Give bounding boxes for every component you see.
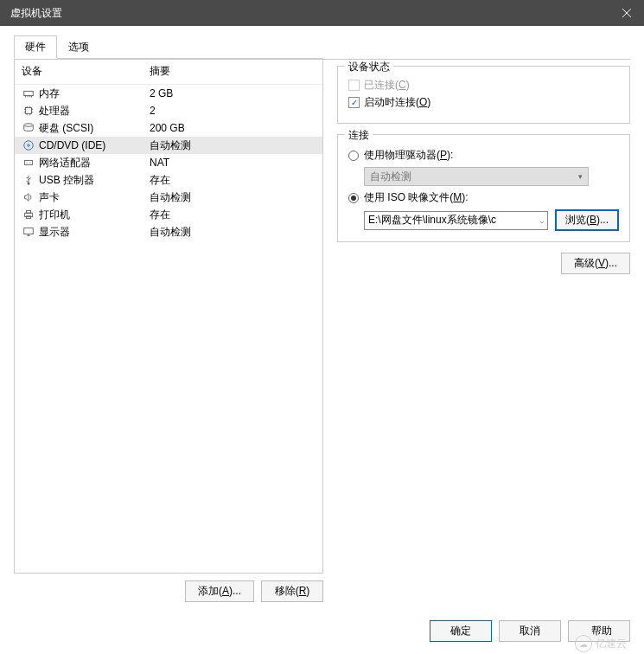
add-button[interactable]: 添加(A)...: [185, 580, 254, 602]
device-name: 内存: [39, 87, 150, 101]
tab-hardware[interactable]: 硬件: [14, 35, 57, 59]
browse-button[interactable]: 浏览(B)...: [555, 209, 619, 231]
svg-rect-19: [25, 160, 33, 164]
physical-drive-select: 自动检测 ▾: [364, 167, 589, 186]
iso-path-select[interactable]: E:\网盘文件\linux系统镜像\c ⌵: [364, 211, 548, 230]
ok-button[interactable]: 确定: [430, 620, 492, 642]
device-summary: 2: [150, 105, 316, 117]
checkbox-icon: [348, 80, 360, 91]
cpu-icon: [22, 104, 35, 118]
device-summary: 自动检测: [150, 138, 316, 153]
column-summary: 摘要: [150, 64, 316, 79]
check-mark-icon: ✓: [351, 99, 358, 107]
tab-options[interactable]: 选项: [57, 35, 100, 59]
device-name: 网络适配器: [39, 156, 150, 170]
device-table: 设备 摘要 内存2 GB处理器2硬盘 (SCSI)200 GBCD/DVD (I…: [14, 58, 323, 574]
svg-point-20: [27, 162, 28, 163]
radio-icon: [348, 193, 359, 203]
help-button[interactable]: 帮助: [568, 620, 630, 642]
device-summary: 2 GB: [150, 87, 316, 99]
radio-icon: [348, 151, 359, 161]
device-name: 显示器: [39, 225, 150, 240]
close-icon: [622, 9, 631, 17]
chevron-down-icon: ⌵: [539, 216, 544, 225]
checkbox-icon: ✓: [348, 97, 360, 108]
device-row-usb[interactable]: USB 控制器存在: [15, 171, 322, 189]
svg-point-16: [24, 124, 34, 127]
device-status-title: 设备状态: [345, 60, 393, 74]
connection-group: 连接 使用物理驱动器(P): 自动检测 ▾ 使用 ISO 映像文件(M): E:…: [337, 134, 630, 242]
svg-rect-24: [26, 211, 30, 214]
device-name: 声卡: [39, 190, 150, 205]
device-row-disk[interactable]: 硬盘 (SCSI)200 GB: [15, 119, 322, 137]
disk-icon: [22, 121, 35, 135]
device-row-network[interactable]: 网络适配器NAT: [15, 154, 322, 171]
device-row-printer[interactable]: 打印机存在: [15, 206, 322, 223]
device-summary: 自动检测: [150, 190, 316, 205]
close-button[interactable]: [609, 0, 644, 26]
device-summary: 存在: [150, 208, 316, 222]
svg-rect-2: [24, 91, 34, 95]
svg-point-17: [24, 141, 34, 151]
device-row-display[interactable]: 显示器自动检测: [15, 223, 322, 240]
device-status-group: 设备状态 已连接(C) ✓ 启动时连接(O): [337, 66, 630, 124]
remove-button[interactable]: 移除(R): [261, 580, 323, 602]
svg-point-18: [28, 144, 30, 147]
chevron-down-icon: ▾: [578, 172, 583, 181]
connected-checkbox: 已连接(C): [348, 78, 619, 93]
left-panel: 设备 摘要 内存2 GB处理器2硬盘 (SCSI)200 GBCD/DVD (I…: [14, 59, 323, 609]
usb-icon: [22, 173, 35, 187]
content-area: 硬件 选项 设备 摘要 内存2 GB处理器2硬盘 (SCSI)200 GBCD/…: [0, 26, 644, 609]
connection-title: 连接: [345, 128, 373, 143]
dialog-buttons: 确定 取消 帮助: [430, 620, 630, 642]
svg-point-21: [29, 162, 30, 163]
device-summary: 200 GB: [150, 122, 316, 134]
use-physical-radio[interactable]: 使用物理驱动器(P):: [348, 148, 619, 163]
column-device: 设备: [22, 64, 150, 79]
device-table-header: 设备 摘要: [15, 59, 322, 85]
printer-icon: [22, 208, 35, 221]
memory-icon: [22, 87, 35, 100]
device-name: USB 控制器: [39, 173, 150, 188]
right-panel: 设备状态 已连接(C) ✓ 启动时连接(O) 连接 使用物理驱动器(P): 自动…: [337, 59, 630, 609]
advanced-button[interactable]: 高级(V)...: [561, 253, 630, 274]
display-icon: [22, 225, 35, 239]
cd-icon: [22, 138, 35, 152]
device-summary: NAT: [150, 157, 316, 169]
device-row-cd[interactable]: CD/DVD (IDE)自动检测: [15, 137, 322, 154]
titlebar-text: 虚拟机设置: [10, 6, 609, 21]
device-row-cpu[interactable]: 处理器2: [15, 102, 322, 119]
device-name: 处理器: [39, 104, 150, 119]
device-name: 硬盘 (SCSI): [39, 121, 150, 136]
device-name: 打印机: [39, 208, 150, 222]
titlebar: 虚拟机设置: [0, 0, 644, 26]
device-summary: 自动检测: [150, 225, 316, 240]
device-name: CD/DVD (IDE): [39, 139, 150, 151]
device-row-memory[interactable]: 内存2 GB: [15, 85, 322, 102]
sound-icon: [22, 190, 35, 204]
device-summary: 存在: [150, 173, 316, 188]
connect-at-power-checkbox[interactable]: ✓ 启动时连接(O): [348, 95, 619, 110]
cancel-button[interactable]: 取消: [499, 620, 561, 642]
svg-rect-26: [24, 228, 34, 234]
use-iso-radio[interactable]: 使用 ISO 映像文件(M):: [348, 190, 619, 205]
radio-dot-icon: [351, 196, 356, 201]
device-row-sound[interactable]: 声卡自动检测: [15, 189, 322, 206]
network-icon: [22, 156, 35, 170]
svg-rect-7: [26, 108, 32, 114]
tab-strip: 硬件 选项: [14, 35, 630, 60]
svg-point-22: [28, 183, 30, 185]
